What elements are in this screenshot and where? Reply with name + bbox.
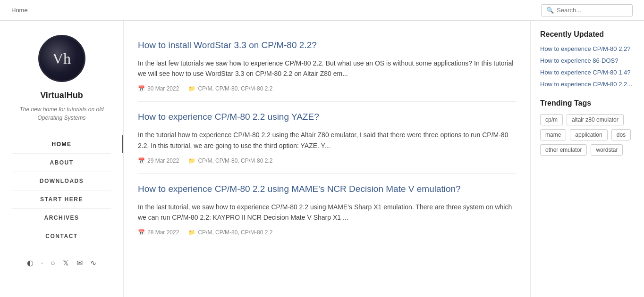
search-box[interactable]: 🔍 [541,4,633,16]
tag-dos[interactable]: dos [611,129,631,140]
calendar-icon: 📅 [138,157,145,164]
trending-tags-title: Trending Tags [540,99,635,107]
rss-icon[interactable]: ∿ [90,258,96,267]
post-excerpt: In the last few tutorials we saw how to … [138,58,516,79]
tag-altair[interactable]: altair z80 emulator [567,114,624,125]
sidebar-item-downloads[interactable]: DOWNLOADS [0,172,123,190]
post-categories-text: CP/M, CP/M-80, CP/M-80 2.2 [198,229,272,236]
post-excerpt: In the last tutorial, we saw how to expe… [138,202,516,223]
site-title: VirtualHub [40,91,83,100]
post-title[interactable]: How to experience CP/M-80 2.2 using YAZE… [138,111,516,123]
site-tagline: The new home for tutorials on old Operat… [0,105,123,122]
post-categories-text: CP/M, CP/M-80, CP/M-80 2.2 [198,157,272,164]
tag-wordstar[interactable]: wordstar [591,144,623,156]
recently-updated-title: Recently Updated [540,30,635,39]
main-layout: Vh VirtualHub The new home for tutorials… [0,21,644,297]
trending-tags-widget: Trending Tags cp/m altair z80 emulator m… [540,99,635,156]
folder-icon: 📁 [188,157,195,164]
tag-mame[interactable]: mame [540,129,566,140]
left-sidebar: Vh VirtualHub The new home for tutorials… [0,21,124,297]
tags-container: cp/m altair z80 emulator mame applicatio… [540,114,635,156]
site-logo: Vh [38,35,85,82]
post-item: How to install WordStar 3.3 on CP/M-80 2… [138,30,516,102]
nav-links: Home [11,7,28,14]
tag-application[interactable]: application [570,129,607,140]
tag-cpm[interactable]: cp/m [540,114,563,125]
twitter-icon[interactable]: 𝕏 [63,258,69,267]
calendar-icon: 📅 [138,85,145,92]
recently-updated-link-2[interactable]: How to experience 86-DOS? [540,57,635,64]
calendar-icon: 📅 [138,229,145,236]
content-area: How to install WordStar 3.3 on CP/M-80 2… [124,21,644,297]
social-icons: ◐ ● ○ 𝕏 ✉ ∿ [27,258,96,267]
recently-updated-link-4[interactable]: How to experience CP/M-80 2.2... [540,81,635,88]
post-date-text: 30 Mar 2022 [147,85,179,92]
post-meta: 📅 29 Mar 2022 📁 CP/M, CP/M-80, CP/M-80 2… [138,157,516,164]
nav-menu: HOME ABOUT DOWNLOADS START HERE ARCHIVES… [0,135,123,245]
post-categories-text: CP/M, CP/M-80, CP/M-80 2.2 [198,85,272,92]
email-icon[interactable]: ✉ [76,258,83,267]
tag-other-emulator[interactable]: other emulator [540,144,587,156]
post-title[interactable]: How to install WordStar 3.3 on CP/M-80 2… [138,40,516,51]
search-icon: 🔍 [546,7,554,14]
post-title[interactable]: How to experience CP/M-80 2.2 using MAME… [138,183,516,195]
top-navigation: Home 🔍 [0,0,644,21]
post-excerpt: In the tutorial how to experience CP/M-8… [138,130,516,151]
post-meta: 📅 28 Mar 2022 📁 CP/M, CP/M-80, CP/M-80 2… [138,229,516,236]
post-categories: 📁 CP/M, CP/M-80, CP/M-80 2.2 [188,157,272,164]
logo-initials: Vh [52,51,71,66]
dot-separator: ● [41,262,43,264]
post-item: How to experience CP/M-80 2.2 using YAZE… [138,102,516,173]
folder-icon: 📁 [188,85,195,92]
post-date-text: 28 Mar 2022 [147,229,179,236]
post-categories: 📁 CP/M, CP/M-80, CP/M-80 2.2 [188,85,272,92]
sidebar-item-start-here[interactable]: START HERE [0,190,123,208]
sidebar-item-home[interactable]: HOME [0,135,123,153]
sidebar-item-about[interactable]: ABOUT [0,154,123,172]
post-meta: 📅 30 Mar 2022 📁 CP/M, CP/M-80, CP/M-80 2… [138,85,516,92]
sidebar-item-archives[interactable]: ARCHIVES [0,209,123,227]
recently-updated-link-1[interactable]: How to experience CP/M-80 2.2? [540,45,635,52]
folder-icon: 📁 [188,229,195,236]
sidebar-item-contact[interactable]: CONTACT [0,227,123,245]
github-icon[interactable]: ○ [51,259,55,267]
search-input[interactable] [557,7,627,14]
post-date-text: 29 Mar 2022 [147,157,179,164]
post-item: How to experience CP/M-80 2.2 using MAME… [138,174,516,245]
posts-section: How to install WordStar 3.3 on CP/M-80 2… [124,21,531,297]
post-date: 📅 30 Mar 2022 [138,85,179,92]
theme-toggle-icon[interactable]: ◐ [27,258,34,267]
post-categories: 📁 CP/M, CP/M-80, CP/M-80 2.2 [188,229,272,236]
recently-updated-link-3[interactable]: How to experience CP/M-80 1.4? [540,69,635,76]
post-date: 📅 28 Mar 2022 [138,229,179,236]
right-sidebar: Recently Updated How to experience CP/M-… [531,21,644,297]
post-date: 📅 29 Mar 2022 [138,157,179,164]
nav-home-link[interactable]: Home [11,7,28,14]
